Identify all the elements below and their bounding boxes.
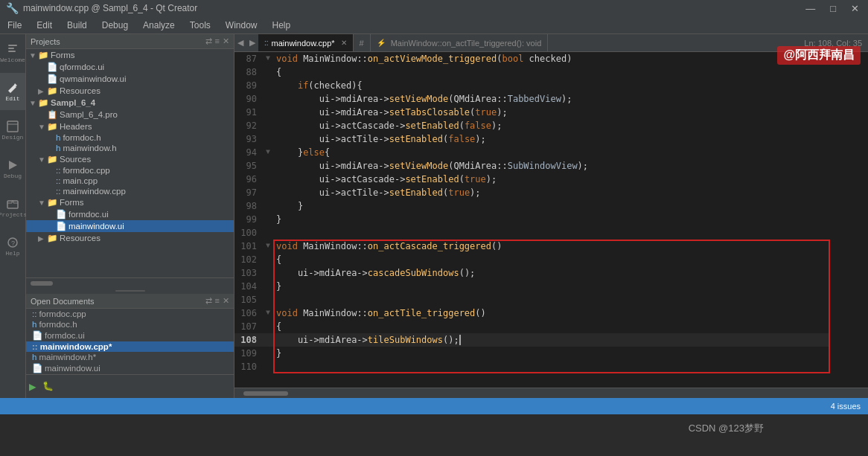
fold-col xyxy=(263,106,273,119)
fold-col xyxy=(263,199,273,213)
svg-rect-3 xyxy=(7,121,18,132)
tab-hash[interactable]: # xyxy=(354,34,371,51)
tree-item-qformdoc-ui[interactable]: 📄 qformdoc.ui xyxy=(26,61,234,73)
file-h-icon: h xyxy=(56,133,60,142)
open-doc-mainwindow-h[interactable]: h mainwindow.h* xyxy=(26,352,234,362)
code-line-106: 106 ▼ void MainWindow::on_actTile_trigge… xyxy=(234,306,830,320)
line-content xyxy=(273,360,830,373)
file-ui-icon: 📄 xyxy=(32,330,42,341)
line-number: 101 xyxy=(234,240,263,253)
tab-function[interactable]: ⚡ MainWindow::on_actTile_triggered(): vo… xyxy=(371,34,549,51)
tree-item-resources-top[interactable]: ▶ 📁 Resources xyxy=(26,85,234,97)
tree-item-forms-top[interactable]: ▼ 📁 Forms xyxy=(26,49,234,61)
tree-label: qwmainwindow.ui xyxy=(60,74,127,83)
sidebar-divider[interactable] xyxy=(26,288,234,294)
sidebar-close-btn[interactable]: ✕ xyxy=(223,36,229,46)
sidebar-hscroll[interactable] xyxy=(26,277,234,288)
open-documents-list: :: formdoc.cpp h formdoc.h 📄 formdoc.ui … xyxy=(26,309,234,374)
tree-item-formdoc-h[interactable]: h formdoc.h xyxy=(26,132,234,143)
tree-item-resources-inner[interactable]: ▶ 📁 Resources xyxy=(26,232,234,244)
line-number: 106 xyxy=(234,306,263,320)
welcome-nav[interactable]: Welcome xyxy=(1,34,25,71)
open-docs-close-btn[interactable]: ✕ xyxy=(223,296,229,306)
menu-edit[interactable]: Edit xyxy=(29,16,60,33)
sidebar-sync-btn[interactable]: ⇄ xyxy=(205,36,212,46)
folder-icon: 📁 xyxy=(47,86,57,96)
open-docs-sync-btn[interactable]: ⇄ xyxy=(205,296,212,306)
fold-col xyxy=(263,253,273,266)
tree-label: Headers xyxy=(60,122,92,131)
line-number: 100 xyxy=(234,226,263,240)
tree-item-sources[interactable]: ▼ 📁 Sources xyxy=(26,153,234,165)
tree-item-forms-inner[interactable]: ▼ 📁 Forms xyxy=(26,196,234,208)
left-icon-strip: Welcome Edit Design Debug Projects ? Hel… xyxy=(0,34,26,398)
tree-arrow: ▼ xyxy=(38,155,47,164)
fold-col: ▼ xyxy=(263,52,273,65)
line-number: 108 xyxy=(234,333,263,347)
folder-icon: 📁 xyxy=(47,233,57,243)
tree-item-mainwindow-ui[interactable]: 📄 mainwindow.ui xyxy=(26,220,234,232)
debug-nav[interactable]: Debug xyxy=(1,150,25,187)
line-number: 96 xyxy=(234,173,263,186)
open-doc-mainwindow-cpp[interactable]: :: mainwindow.cpp* xyxy=(26,341,234,352)
tree-label: Forms xyxy=(60,198,84,207)
tree-item-formdoc-ui[interactable]: 📄 formdoc.ui xyxy=(26,208,234,220)
line-content: ui->actTile->setEnabled(false); xyxy=(273,132,830,146)
projects-nav[interactable]: Projects xyxy=(1,189,25,226)
debug-run-icon[interactable]: 🐛 xyxy=(42,381,54,392)
tree-label: mainwindow.ui xyxy=(68,222,124,231)
sidebar-filter-btn[interactable]: ≡ xyxy=(215,36,220,46)
tab-close-btn[interactable]: ✕ xyxy=(341,39,347,47)
tree-item-sampl64-pro[interactable]: 📋 Sampl_6_4.pro xyxy=(26,109,234,121)
open-doc-label: formdoc.h xyxy=(39,320,77,329)
tab-label: # xyxy=(360,39,364,48)
menu-window[interactable]: Window xyxy=(218,16,265,33)
edit-nav[interactable]: Edit xyxy=(0,73,25,110)
tab-next-btn[interactable]: ▶ xyxy=(246,38,258,48)
code-line-94: 94 ▼ }else{ xyxy=(234,146,830,159)
menu-file[interactable]: File xyxy=(0,16,29,33)
tree-arrow: ▼ xyxy=(38,123,47,131)
run-icon[interactable]: ▶ xyxy=(29,379,36,394)
minimize-button[interactable]: — xyxy=(802,3,818,14)
code-editor[interactable]: 87 ▼ void MainWindow::on_actViewMode_tri… xyxy=(234,52,868,388)
projects-panel-title: Projects xyxy=(31,37,60,46)
design-nav[interactable]: Design xyxy=(1,112,25,149)
open-docs-filter-btn[interactable]: ≡ xyxy=(215,296,220,306)
tree-item-sampl64[interactable]: ▼ 📁 Sampl_6_4 xyxy=(26,97,234,109)
close-button[interactable]: ✕ xyxy=(848,3,862,14)
menu-help[interactable]: Help xyxy=(265,16,299,33)
open-doc-label: mainwindow.ui xyxy=(45,364,100,373)
tree-item-headers[interactable]: ▼ 📁 Headers xyxy=(26,121,234,132)
tree-arrow: ▶ xyxy=(38,234,47,243)
open-doc-mainwindow-ui[interactable]: 📄 mainwindow.ui xyxy=(26,362,234,374)
help-nav[interactable]: ? Help xyxy=(1,228,25,265)
open-doc-formdoc-h[interactable]: h formdoc.h xyxy=(26,319,234,330)
menu-tools[interactable]: Tools xyxy=(182,16,218,33)
tab-label: mainwindow.cpp* xyxy=(272,39,335,48)
tab-mainwindow-cpp[interactable]: :: mainwindow.cpp* ✕ xyxy=(258,34,354,51)
maximize-button[interactable]: □ xyxy=(827,3,839,14)
tree-item-main-cpp[interactable]: :: main.cpp xyxy=(26,176,234,186)
tree-item-mainwindow-h[interactable]: h mainwindow.h xyxy=(26,143,234,153)
line-content: { xyxy=(273,253,830,266)
line-number: 94 xyxy=(234,146,263,159)
line-number: 89 xyxy=(234,79,263,92)
tree-item-mainwindow-cpp[interactable]: :: mainwindow.cpp xyxy=(26,186,234,196)
tree-label: formdoc.cpp xyxy=(63,166,109,175)
code-line-105: 105 xyxy=(234,293,830,306)
menu-analyze[interactable]: Analyze xyxy=(135,16,182,33)
tab-prev-btn[interactable]: ◀ xyxy=(234,38,246,48)
fold-col xyxy=(263,293,273,306)
open-doc-formdoc-ui[interactable]: 📄 formdoc.ui xyxy=(26,330,234,341)
menu-build[interactable]: Build xyxy=(60,16,95,33)
open-doc-formdoc-cpp[interactable]: :: formdoc.cpp xyxy=(26,309,234,319)
tree-item-qwmainwindow-ui[interactable]: 📄 qwmainwindow.ui xyxy=(26,73,234,85)
fold-col xyxy=(263,79,273,92)
menu-debug[interactable]: Debug xyxy=(95,16,135,33)
code-line-95: 95 ui->mdiArea->setViewMode(QMdiArea::Su… xyxy=(234,159,830,173)
line-number: 95 xyxy=(234,159,263,173)
tree-item-formdoc-cpp[interactable]: :: formdoc.cpp xyxy=(26,165,234,176)
status-bar: 4 issues xyxy=(0,398,868,414)
editor-hscroll[interactable] xyxy=(234,388,868,398)
